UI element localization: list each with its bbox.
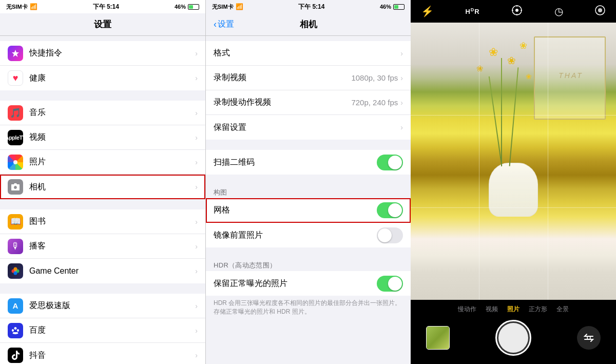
baidu-label: 百度 (29, 325, 195, 336)
mirror-toggle[interactable] (377, 227, 403, 243)
camera-mode-slow[interactable]: 慢动作 (458, 305, 476, 314)
camera-section-2: 扫描二维码 (206, 150, 411, 175)
camera-mode-photo[interactable]: 照片 (507, 305, 519, 314)
camera-setting-format[interactable]: 格式 › (206, 41, 411, 66)
sidebar-item-books[interactable]: 📖 图书 › (0, 209, 205, 234)
settings-list: 快捷指令 › ♥ 健康 › 🎵 音乐 › (0, 36, 205, 364)
back-button[interactable]: ‹ 设置 (214, 19, 234, 30)
sidebar-item-music[interactable]: 🎵 音乐 › (0, 101, 205, 125)
stem-3 (489, 76, 502, 166)
flip-camera-button[interactable] (577, 326, 601, 350)
sidebar-item-baidu[interactable]: 百度 › (0, 318, 205, 343)
status-bar-2: 无SIM卡 📶 下午 5:14 46% (206, 0, 411, 13)
battery-icon-1 (188, 4, 199, 10)
record-video-value: 1080p, 30 fps (351, 73, 398, 82)
chevron-icon: › (195, 183, 198, 191)
grid-toggle[interactable] (377, 202, 403, 218)
chevron-icon: › (195, 242, 198, 251)
status-right-1: 46% (175, 4, 199, 10)
camera-viewfinder-panel: ⚡ HDR ◷ THAT (411, 0, 616, 364)
carrier-label-2: 无SIM卡 (212, 3, 234, 11)
record-video-label: 录制视频 (214, 72, 351, 83)
camera-setting-grid[interactable]: 网格 (206, 198, 411, 223)
status-left-1: 无SIM卡 📶 (6, 3, 37, 11)
camera-setting-record-slow[interactable]: 录制慢动作视频 720p, 240 fps › (206, 90, 411, 115)
camera-mode-video[interactable]: 视频 (486, 305, 498, 314)
sidebar-item-podcasts[interactable]: 🎙 播客 › (0, 234, 205, 259)
svg-point-1 (14, 186, 17, 189)
sidebar-item-aisi[interactable]: A 爱思极速版 › (0, 294, 205, 318)
health-label: 健康 (29, 73, 195, 84)
sidebar-item-health[interactable]: ♥ 健康 › (0, 66, 205, 90)
shutter-button[interactable] (495, 320, 531, 356)
camera-settings-panel: 无SIM卡 📶 下午 5:14 46% ‹ 设置 相机 格式 › 录制视频 (205, 0, 411, 364)
tv-icon: AppleTV (8, 130, 23, 145)
sidebar-item-tiktok[interactable]: 抖音 › (0, 343, 205, 364)
sidebar-item-shortcuts[interactable]: 快捷指令 › (0, 41, 205, 66)
sidebar-item-photos[interactable]: 照片 › (0, 150, 205, 175)
wifi-icon-2: 📶 (236, 3, 243, 10)
camera-setting-keep-normal[interactable]: 保留正常曝光的照片 (206, 271, 411, 296)
chevron-icon: › (195, 267, 198, 275)
camera-setting-scan-qr[interactable]: 扫描二维码 (206, 150, 411, 175)
sidebar-item-tv[interactable]: AppleTV 视频 › (0, 125, 205, 150)
battery-percent-1: 46% (175, 4, 186, 10)
vase (489, 163, 538, 217)
books-label: 图书 (29, 216, 195, 227)
chevron-icon: › (195, 133, 198, 142)
flash-icon[interactable]: ⚡ (421, 5, 434, 17)
camera-options-icon[interactable] (594, 5, 606, 18)
svg-point-12 (515, 9, 518, 12)
live-photo-icon[interactable] (511, 5, 523, 18)
scan-qr-label: 扫描二维码 (214, 157, 377, 168)
podcasts-label: 播客 (29, 241, 195, 252)
camera-setting-mirror[interactable]: 镜像前置照片 (206, 223, 411, 247)
photo-thumbnail[interactable] (426, 326, 450, 350)
back-label: 设置 (218, 19, 234, 30)
flower-5: ❀ (526, 72, 532, 81)
mirror-label: 镜像前置照片 (214, 230, 377, 241)
time-label-1: 下午 5:14 (93, 3, 119, 11)
baidu-icon (8, 323, 23, 338)
camera-mode-square[interactable]: 正方形 (529, 305, 547, 314)
settings-section-2: 🎵 音乐 › AppleTV 视频 › 照片 › (0, 101, 205, 199)
camera-setting-record-video[interactable]: 录制视频 1080p, 30 fps › (206, 66, 411, 90)
timer-icon[interactable]: ◷ (554, 5, 563, 17)
keep-normal-label: 保留正常曝光的照片 (214, 278, 377, 289)
sidebar-item-camera[interactable]: 相机 › (0, 175, 205, 199)
hdr-header: HDR（高动态范围） (206, 258, 411, 271)
gamecenter-label: Game Center (29, 266, 195, 276)
stem-2 (509, 67, 519, 166)
health-icon: ♥ (8, 70, 23, 86)
battery-percent-2: 46% (380, 4, 391, 10)
carrier-label-1: 无SIM卡 (6, 3, 28, 11)
settings-panel: 无SIM卡 📶 下午 5:14 46% 设置 快捷指令 › (0, 0, 205, 364)
hdr-footer-text: HDR 会用三张曝光程度各不相同的照片的最佳部分合并出一张照片。存储正常曝光的照… (206, 296, 411, 321)
keep-normal-toggle[interactable] (377, 276, 403, 292)
podcasts-icon: 🎙 (8, 239, 23, 254)
aisi-icon: A (8, 298, 23, 314)
chevron-icon: › (400, 74, 403, 82)
thumbnail-image (427, 327, 449, 349)
time-label-2: 下午 5:14 (298, 3, 324, 11)
back-chevron-icon: ‹ (214, 19, 217, 30)
chevron-icon: › (195, 327, 198, 335)
settings-section-1: 快捷指令 › ♥ 健康 › (0, 41, 205, 90)
chevron-icon: › (195, 49, 198, 58)
camera-setting-preserve[interactable]: 保留设置 › (206, 115, 411, 140)
hdr-icon[interactable]: HDR (465, 7, 479, 15)
viewfinder-top-bar: ⚡ HDR ◷ (411, 0, 616, 23)
camera-label: 相机 (29, 182, 195, 193)
svg-point-0 (13, 160, 17, 164)
scan-qr-toggle[interactable] (377, 155, 403, 170)
photos-icon (8, 155, 23, 170)
status-right-2: 46% (380, 4, 405, 10)
flower-1: ❀ (489, 46, 498, 59)
camera-mode-panorama[interactable]: 全景 (556, 305, 569, 314)
camera-settings-list: 格式 › 录制视频 1080p, 30 fps › 录制慢动作视频 720p, … (206, 36, 411, 364)
sidebar-item-gamecenter[interactable]: Game Center › (0, 259, 205, 283)
chevron-icon: › (400, 49, 403, 58)
settings-section-3: 📖 图书 › 🎙 播客 › (0, 209, 205, 283)
wifi-icon-1: 📶 (30, 3, 37, 10)
svg-point-6 (14, 270, 16, 272)
